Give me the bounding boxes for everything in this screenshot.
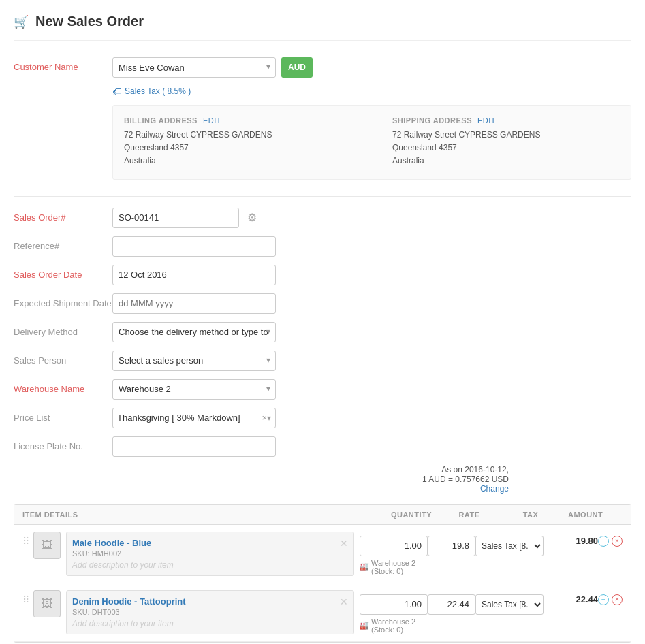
billing-address-block: BILLING ADDRESS EDIT 72 Railway Street C… [124,116,351,168]
item-rate-input[interactable] [428,536,475,556]
delivery-method-row: Delivery Method Choose the delivery meth… [14,322,631,342]
expected-shipment-input[interactable] [112,293,276,314]
cart-icon: 🛒 [14,14,29,29]
price-list-row: Price List Thanksgiving [ 30% Markdown] … [14,408,631,428]
price-list-control: Thanksgiving [ 30% Markdown] × ▾ [112,408,276,428]
sales-person-row: Sales Person Select a sales person [14,351,631,371]
tax-link[interactable]: 🏷 Sales Tax ( 8.5% ) [112,86,631,97]
license-plate-label: License Plate No. [14,436,112,451]
header-tax: TAX [493,511,568,519]
items-header: ITEM DETAILS QUANTITY RATE TAX AMOUNT [14,505,631,525]
sales-person-dropdown-wrapper: Select a sales person [112,351,276,371]
sales-person-select[interactable]: Select a sales person [112,351,276,371]
price-list-label: Price List [14,408,112,423]
customer-name-label: Customer Name [14,57,112,72]
header-quantity: QUANTITY [377,511,445,519]
page-title: New Sales Order [35,14,144,29]
item-decrement-button[interactable]: − [598,536,609,547]
sales-order-date-row: Sales Order Date [14,265,631,285]
exchange-change-link[interactable]: Change [14,484,509,494]
delivery-method-label: Delivery Method [14,322,112,337]
item-close-icon[interactable]: ✕ [340,538,348,549]
item-tax-select[interactable]: Sales Tax [8... [475,594,544,615]
expected-shipment-row: Expected Shipment Date [14,293,631,314]
items-section: ITEM DETAILS QUANTITY RATE TAX AMOUNT ⠿ … [14,504,631,643]
reference-label: Reference# [14,236,112,251]
item-description: Add description to your item [72,619,348,628]
item-image: 🖼 [33,532,61,559]
sales-order-date-input[interactable] [112,265,276,285]
item-close-icon[interactable]: ✕ [340,596,348,607]
warehouse-name-row: Warehouse Name Warehouse 2 [14,379,631,400]
divider [14,196,631,197]
drag-handle-icon[interactable]: ⠿ [22,532,33,547]
shipping-address-edit[interactable]: EDIT [477,116,496,125]
price-list-clear-button[interactable]: × [262,413,267,423]
delivery-method-dropdown-wrapper: Choose the delivery method or type to ad… [112,322,276,342]
sales-order-controls: ⚙ [112,208,257,228]
item-amount: 22.44 [557,590,598,605]
table-row: ⠿ 🖼 Denim Hoodie - Tattooprint SKU: DHT0… [14,583,631,642]
item-decrement-button[interactable]: − [598,594,609,605]
customer-name-controls: Miss Eve Cowan AUD [112,57,313,78]
header-item-details: ITEM DETAILS [22,511,377,519]
sales-order-date-label: Sales Order Date [14,265,112,280]
price-list-arrow-icon[interactable]: ▾ [267,413,271,423]
reference-row: Reference# [14,236,631,257]
license-plate-input[interactable] [112,436,276,457]
billing-address-title: BILLING ADDRESS EDIT [124,116,351,125]
customer-name-row: Customer Name Miss Eve Cowan AUD [14,57,631,78]
customer-name-dropdown-wrapper: Miss Eve Cowan [112,57,276,78]
item-sku: SKU: HMH002 [72,549,151,558]
item-remove-button[interactable]: × [612,594,623,605]
shipping-address-text: 72 Railway Street CYPRESS GARDENS Queens… [392,129,620,168]
warehouse-icon: 🏭 [360,621,369,630]
item-image: 🖼 [33,590,61,617]
item-tax-select[interactable]: Sales Tax [8... [475,536,544,556]
item-name: Male Hoodie - Blue [72,538,151,548]
item-description: Add description to your item [72,560,348,570]
item-name: Denim Hoodie - Tattooprint [72,596,186,607]
item-rate-input[interactable] [428,594,475,615]
warehouse-icon: 🏭 [360,562,369,571]
sales-person-label: Sales Person [14,351,112,366]
tax-label: Sales Tax ( 8.5% ) [125,86,191,96]
tax-icon: 🏷 [112,86,122,97]
sales-order-row: Sales Order# ⚙ [14,208,631,228]
drag-handle-icon[interactable]: ⠿ [22,590,33,605]
item-detail-block: Denim Hoodie - Tattooprint SKU: DHT003 ✕… [66,590,354,634]
image-placeholder-icon: 🖼 [42,598,52,610]
sales-order-input[interactable] [112,208,239,228]
customer-name-select[interactable]: Miss Eve Cowan [112,57,276,78]
warehouse-stock-info: 🏭 Warehouse 2 (Stock: 0) [360,617,428,634]
header-amount: AMOUNT [568,511,623,519]
sales-order-label: Sales Order# [14,208,112,223]
currency-button[interactable]: AUD [281,57,313,78]
page-header: 🛒 New Sales Order [14,14,631,41]
billing-address-text: 72 Railway Street CYPRESS GARDENS Queens… [124,129,351,168]
exchange-info: As on 2016-10-12, 1 AUD = 0.757662 USD C… [14,465,631,494]
item-quantity-input[interactable] [360,594,428,615]
item-remove-button[interactable]: × [612,536,623,547]
delivery-method-select[interactable]: Choose the delivery method or type to ad… [112,322,276,342]
header-rate: RATE [445,511,493,519]
item-sku: SKU: DHT003 [72,608,186,616]
warehouse-stock-info: 🏭 Warehouse 2 (Stock: 0) [360,559,428,575]
warehouse-select[interactable]: Warehouse 2 [112,379,276,400]
billing-address-edit[interactable]: EDIT [203,116,221,125]
item-amount: 19.80 [557,532,598,546]
warehouse-dropdown-wrapper: Warehouse 2 [112,379,276,400]
expected-shipment-label: Expected Shipment Date [14,293,112,308]
address-section: BILLING ADDRESS EDIT 72 Railway Street C… [112,105,631,180]
gear-icon[interactable]: ⚙ [247,211,257,224]
reference-input[interactable] [112,236,276,257]
item-detail-block: Male Hoodie - Blue SKU: HMH002 ✕ Add des… [66,532,354,576]
item-quantity-input[interactable] [360,536,428,556]
table-row: ⠿ 🖼 Male Hoodie - Blue SKU: HMH002 ✕ Add… [14,525,631,583]
price-list-value: Thanksgiving [ 30% Markdown] [117,413,262,423]
shipping-address-block: SHIPPING ADDRESS EDIT 72 Railway Street … [392,116,620,168]
shipping-address-title: SHIPPING ADDRESS EDIT [392,116,620,125]
image-placeholder-icon: 🖼 [42,539,52,551]
license-plate-row: License Plate No. [14,436,631,457]
warehouse-name-label: Warehouse Name [14,379,112,394]
